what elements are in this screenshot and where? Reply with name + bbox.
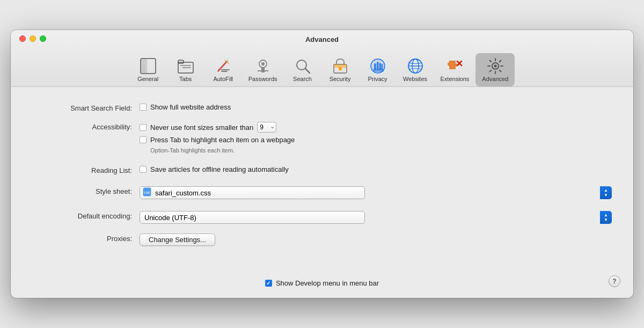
tab-autofill[interactable]: AutoFill — [204, 53, 242, 86]
develop-menu-row: Show Develop menu in menu bar — [21, 279, 623, 287]
smart-search-label: Smart Search Field: — [32, 103, 140, 112]
font-size-wrapper: 9 10 11 12 — [257, 122, 276, 133]
svg-line-35 — [489, 61, 491, 62]
autofill-icon — [214, 56, 233, 76]
never-use-font-label: Never use font sizes smaller than — [150, 123, 253, 132]
tab-tabs[interactable]: Tabs — [167, 53, 204, 86]
tab-general-label: General — [137, 76, 158, 82]
encoding-control: Unicode (UTF-8) Western (ISO Latin 1) UT… — [140, 211, 612, 224]
svg-point-30 — [494, 65, 496, 68]
svg-rect-16 — [334, 64, 347, 68]
tab-search-label: Search — [293, 76, 312, 82]
websites-icon — [406, 56, 425, 76]
show-full-address-checkbox[interactable] — [140, 104, 147, 111]
reading-list-row: Reading List: Save articles for offline … — [32, 165, 612, 174]
accessibility-row: Accessibility: Never use font sizes smal… — [32, 122, 612, 154]
tab-websites[interactable]: Websites — [397, 53, 434, 86]
accessibility-hint: Option-Tab highlights each item. — [150, 147, 612, 154]
tab-passwords[interactable]: Passwords — [242, 53, 284, 86]
style-sheet-select[interactable]: None Selected safari_custom.css — [140, 186, 365, 199]
tab-privacy[interactable]: Privacy — [359, 53, 397, 86]
font-size-select[interactable]: 9 10 11 12 — [257, 122, 276, 133]
advanced-icon — [486, 56, 505, 76]
tab-advanced[interactable]: Advanced — [475, 53, 515, 86]
tab-general[interactable]: General — [129, 53, 167, 86]
proxies-row: Proxies: Change Settings... — [32, 234, 612, 246]
press-tab-label: Press Tab to highlight each item on a we… — [150, 136, 295, 144]
press-tab-row: Press Tab to highlight each item on a we… — [140, 136, 612, 144]
press-tab-checkbox[interactable] — [140, 136, 147, 143]
search-icon — [293, 56, 312, 76]
encoding-select[interactable]: Unicode (UTF-8) Western (ISO Latin 1) UT… — [140, 211, 365, 224]
smart-search-row: Smart Search Field: Show full website ad… — [32, 103, 612, 112]
tab-tabs-label: Tabs — [179, 76, 192, 82]
reading-list-control: Save articles for offline reading automa… — [140, 165, 612, 173]
proxies-control: Change Settings... — [140, 234, 612, 246]
svg-line-13 — [305, 69, 310, 73]
help-button[interactable]: ? — [609, 275, 620, 287]
show-full-address-row: Show full website address — [140, 103, 612, 111]
encoding-label: Default encoding: — [32, 211, 140, 220]
bottom-bar: Show Develop menu in menu bar ? — [11, 274, 633, 298]
show-full-address-label: Show full website address — [150, 103, 231, 111]
privacy-icon — [368, 56, 387, 76]
smart-search-control: Show full website address — [140, 103, 612, 111]
accessibility-label: Accessibility: — [32, 122, 140, 131]
tab-websites-label: Websites — [403, 76, 427, 82]
encoding-arrows: ▲ ▼ — [600, 211, 612, 224]
style-sheet-wrapper: None Selected safari_custom.css CSS ▲ ▼ — [140, 186, 612, 199]
settings-content: Smart Search Field: Show full website ad… — [11, 87, 633, 274]
tab-security[interactable]: Security — [321, 53, 359, 86]
style-sheet-arrows: ▲ ▼ — [600, 186, 612, 199]
svg-rect-1 — [141, 59, 147, 74]
svg-rect-3 — [178, 60, 184, 63]
never-use-font-checkbox[interactable] — [140, 124, 147, 131]
svg-rect-23 — [373, 69, 384, 72]
general-icon — [138, 56, 158, 76]
reading-list-label: Reading List: — [32, 165, 140, 174]
svg-rect-10 — [261, 67, 265, 72]
window-title: Advanced — [19, 35, 625, 43]
tab-advanced-label: Advanced — [482, 76, 508, 82]
style-sheet-label: Style sheet: — [32, 186, 140, 195]
save-articles-checkbox[interactable] — [140, 166, 147, 173]
title-bar: Advanced General — [11, 30, 633, 87]
save-articles-label: Save articles for offline reading automa… — [150, 165, 289, 173]
develop-menu-label: Show Develop menu in menu bar — [276, 279, 379, 287]
proxies-label: Proxies: — [32, 234, 140, 243]
svg-line-37 — [499, 61, 501, 62]
encoding-wrapper: Unicode (UTF-8) Western (ISO Latin 1) UT… — [140, 211, 612, 224]
develop-menu-checkbox[interactable] — [265, 280, 272, 287]
tab-security-label: Security — [330, 76, 351, 82]
style-sheet-control: None Selected safari_custom.css CSS ▲ ▼ — [140, 186, 612, 199]
never-use-font-row: Never use font sizes smaller than 9 10 1… — [140, 122, 612, 133]
extensions-icon — [445, 56, 464, 76]
tabs-icon — [176, 56, 195, 76]
passwords-icon — [253, 56, 273, 76]
toolbar: General Tabs — [119, 49, 526, 86]
encoding-row: Default encoding: Unicode (UTF-8) Wester… — [32, 211, 612, 224]
save-articles-row: Save articles for offline reading automa… — [140, 165, 612, 173]
style-sheet-row: Style sheet: None Selected safari_custom… — [32, 186, 612, 199]
tab-search[interactable]: Search — [284, 53, 321, 86]
tab-extensions-label: Extensions — [441, 76, 470, 82]
preferences-window: Advanced General — [11, 30, 633, 298]
tab-privacy-label: Privacy — [368, 76, 387, 82]
svg-line-38 — [489, 70, 491, 72]
change-settings-button[interactable]: Change Settings... — [140, 234, 215, 246]
svg-line-36 — [499, 70, 501, 72]
tab-passwords-label: Passwords — [248, 76, 277, 82]
accessibility-control: Never use font sizes smaller than 9 10 1… — [140, 122, 612, 154]
tab-autofill-label: AutoFill — [213, 76, 233, 82]
tab-extensions[interactable]: Extensions — [434, 53, 476, 86]
svg-point-9 — [261, 62, 265, 65]
security-icon — [331, 56, 350, 76]
